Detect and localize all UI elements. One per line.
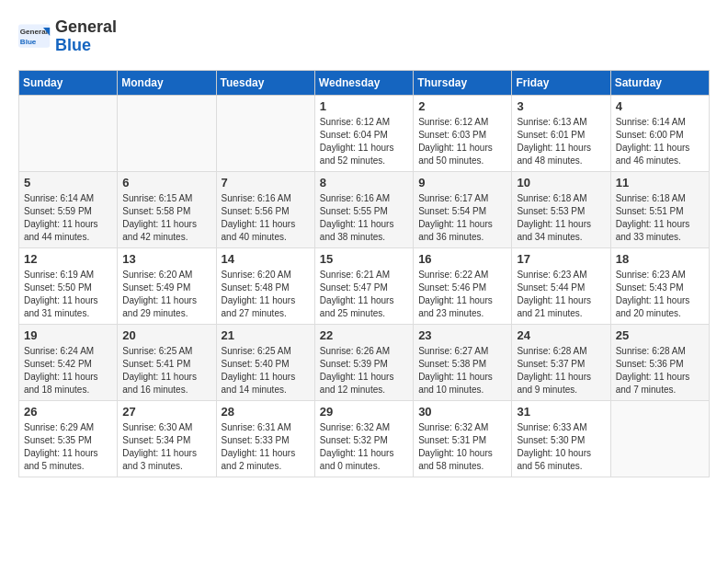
calendar-day-cell: 12Sunrise: 6:19 AM Sunset: 5:50 PM Dayli… — [19, 247, 118, 324]
day-info: Sunrise: 6:12 AM Sunset: 6:04 PM Dayligh… — [320, 116, 408, 167]
calendar-day-cell: 10Sunrise: 6:18 AM Sunset: 5:53 PM Dayli… — [512, 171, 610, 247]
page-header: General Blue GeneralBlue — [18, 18, 710, 55]
day-info: Sunrise: 6:20 AM Sunset: 5:48 PM Dayligh… — [222, 269, 310, 320]
day-info: Sunrise: 6:23 AM Sunset: 5:44 PM Dayligh… — [517, 269, 605, 320]
calendar-day-cell: 21Sunrise: 6:25 AM Sunset: 5:40 PM Dayli… — [216, 324, 314, 400]
weekday-header-sunday: Sunday — [19, 70, 118, 95]
weekday-header-friday: Friday — [512, 70, 610, 95]
weekday-header-row: SundayMondayTuesdayWednesdayThursdayFrid… — [19, 70, 710, 95]
day-info: Sunrise: 6:13 AM Sunset: 6:01 PM Dayligh… — [517, 116, 605, 167]
day-number: 1 — [320, 99, 408, 113]
calendar-week-row: 1Sunrise: 6:12 AM Sunset: 6:04 PM Daylig… — [19, 95, 710, 171]
calendar-day-cell: 25Sunrise: 6:28 AM Sunset: 5:36 PM Dayli… — [610, 324, 709, 400]
day-number: 13 — [122, 252, 210, 266]
day-info: Sunrise: 6:16 AM Sunset: 5:56 PM Dayligh… — [222, 192, 310, 244]
day-info: Sunrise: 6:17 AM Sunset: 5:54 PM Dayligh… — [418, 192, 506, 244]
day-info: Sunrise: 6:14 AM Sunset: 5:59 PM Dayligh… — [24, 192, 112, 244]
weekday-header-monday: Monday — [118, 70, 216, 95]
calendar-day-cell: 8Sunrise: 6:16 AM Sunset: 5:55 PM Daylig… — [314, 171, 413, 247]
day-number: 26 — [24, 405, 112, 419]
day-info: Sunrise: 6:12 AM Sunset: 6:03 PM Dayligh… — [418, 116, 506, 167]
empty-cell — [19, 95, 118, 171]
day-number: 4 — [616, 99, 704, 113]
day-info: Sunrise: 6:22 AM Sunset: 5:46 PM Dayligh… — [418, 269, 506, 320]
calendar-day-cell: 3Sunrise: 6:13 AM Sunset: 6:01 PM Daylig… — [512, 95, 610, 171]
day-info: Sunrise: 6:25 AM Sunset: 5:41 PM Dayligh… — [122, 345, 210, 396]
day-number: 22 — [320, 328, 408, 342]
logo: General Blue GeneralBlue — [18, 18, 117, 55]
day-info: Sunrise: 6:21 AM Sunset: 5:47 PM Dayligh… — [320, 269, 408, 320]
day-number: 25 — [616, 328, 704, 342]
day-number: 11 — [616, 176, 704, 190]
logo-text: GeneralBlue — [55, 18, 117, 55]
calendar-day-cell: 18Sunrise: 6:23 AM Sunset: 5:43 PM Dayli… — [610, 247, 709, 324]
day-number: 9 — [418, 176, 506, 190]
day-number: 16 — [418, 252, 506, 266]
calendar-day-cell: 6Sunrise: 6:15 AM Sunset: 5:58 PM Daylig… — [118, 171, 216, 247]
day-info: Sunrise: 6:28 AM Sunset: 5:36 PM Dayligh… — [616, 345, 704, 396]
calendar-day-cell: 22Sunrise: 6:26 AM Sunset: 5:39 PM Dayli… — [314, 324, 413, 400]
calendar-day-cell: 20Sunrise: 6:25 AM Sunset: 5:41 PM Dayli… — [118, 324, 216, 400]
day-number: 30 — [418, 405, 506, 419]
day-info: Sunrise: 6:32 AM Sunset: 5:32 PM Dayligh… — [320, 421, 408, 473]
calendar-day-cell: 14Sunrise: 6:20 AM Sunset: 5:48 PM Dayli… — [216, 247, 314, 324]
calendar-day-cell: 24Sunrise: 6:28 AM Sunset: 5:37 PM Dayli… — [512, 324, 610, 400]
calendar-week-row: 5Sunrise: 6:14 AM Sunset: 5:59 PM Daylig… — [19, 171, 710, 247]
calendar-week-row: 12Sunrise: 6:19 AM Sunset: 5:50 PM Dayli… — [19, 247, 710, 324]
svg-text:Blue: Blue — [20, 38, 37, 46]
calendar-day-cell: 19Sunrise: 6:24 AM Sunset: 5:42 PM Dayli… — [19, 324, 118, 400]
day-number: 20 — [122, 328, 210, 342]
day-number: 24 — [517, 328, 605, 342]
calendar-day-cell: 17Sunrise: 6:23 AM Sunset: 5:44 PM Dayli… — [512, 247, 610, 324]
day-info: Sunrise: 6:33 AM Sunset: 5:30 PM Dayligh… — [517, 421, 605, 473]
calendar-day-cell: 31Sunrise: 6:33 AM Sunset: 5:30 PM Dayli… — [512, 400, 610, 477]
weekday-header-tuesday: Tuesday — [216, 70, 314, 95]
calendar-week-row: 26Sunrise: 6:29 AM Sunset: 5:35 PM Dayli… — [19, 400, 710, 477]
day-number: 21 — [222, 328, 310, 342]
day-info: Sunrise: 6:28 AM Sunset: 5:37 PM Dayligh… — [517, 345, 605, 396]
day-info: Sunrise: 6:24 AM Sunset: 5:42 PM Dayligh… — [24, 345, 112, 396]
svg-text:General: General — [20, 28, 48, 36]
day-info: Sunrise: 6:16 AM Sunset: 5:55 PM Dayligh… — [320, 192, 408, 244]
calendar-header: SundayMondayTuesdayWednesdayThursdayFrid… — [19, 70, 710, 95]
day-info: Sunrise: 6:19 AM Sunset: 5:50 PM Dayligh… — [24, 269, 112, 320]
day-number: 14 — [222, 252, 310, 266]
day-number: 6 — [122, 176, 210, 190]
day-info: Sunrise: 6:20 AM Sunset: 5:49 PM Dayligh… — [122, 269, 210, 320]
calendar-body: 1Sunrise: 6:12 AM Sunset: 6:04 PM Daylig… — [19, 95, 710, 477]
calendar-day-cell: 13Sunrise: 6:20 AM Sunset: 5:49 PM Dayli… — [118, 247, 216, 324]
day-number: 12 — [24, 252, 112, 266]
day-info: Sunrise: 6:18 AM Sunset: 5:51 PM Dayligh… — [616, 192, 704, 244]
day-number: 15 — [320, 252, 408, 266]
day-info: Sunrise: 6:27 AM Sunset: 5:38 PM Dayligh… — [418, 345, 506, 396]
calendar-week-row: 19Sunrise: 6:24 AM Sunset: 5:42 PM Dayli… — [19, 324, 710, 400]
weekday-header-wednesday: Wednesday — [314, 70, 413, 95]
day-info: Sunrise: 6:23 AM Sunset: 5:43 PM Dayligh… — [616, 269, 704, 320]
day-number: 7 — [222, 176, 310, 190]
day-info: Sunrise: 6:30 AM Sunset: 5:34 PM Dayligh… — [122, 421, 210, 473]
day-info: Sunrise: 6:14 AM Sunset: 6:00 PM Dayligh… — [616, 116, 704, 167]
day-number: 18 — [616, 252, 704, 266]
day-number: 17 — [517, 252, 605, 266]
day-number: 29 — [320, 405, 408, 419]
day-info: Sunrise: 6:25 AM Sunset: 5:40 PM Dayligh… — [222, 345, 310, 396]
day-info: Sunrise: 6:32 AM Sunset: 5:31 PM Dayligh… — [418, 421, 506, 473]
calendar-day-cell: 29Sunrise: 6:32 AM Sunset: 5:32 PM Dayli… — [314, 400, 413, 477]
calendar-day-cell: 1Sunrise: 6:12 AM Sunset: 6:04 PM Daylig… — [314, 95, 413, 171]
day-number: 2 — [418, 99, 506, 113]
day-number: 8 — [320, 176, 408, 190]
day-number: 23 — [418, 328, 506, 342]
calendar-day-cell: 26Sunrise: 6:29 AM Sunset: 5:35 PM Dayli… — [19, 400, 118, 477]
day-number: 10 — [517, 176, 605, 190]
day-number: 27 — [122, 405, 210, 419]
empty-cell — [118, 95, 216, 171]
day-info: Sunrise: 6:18 AM Sunset: 5:53 PM Dayligh… — [517, 192, 605, 244]
calendar-day-cell: 16Sunrise: 6:22 AM Sunset: 5:46 PM Dayli… — [414, 247, 512, 324]
day-info: Sunrise: 6:15 AM Sunset: 5:58 PM Dayligh… — [122, 192, 210, 244]
day-number: 3 — [517, 99, 605, 113]
logo-icon: General Blue — [18, 24, 51, 50]
calendar-day-cell: 7Sunrise: 6:16 AM Sunset: 5:56 PM Daylig… — [216, 171, 314, 247]
calendar-day-cell: 9Sunrise: 6:17 AM Sunset: 5:54 PM Daylig… — [414, 171, 512, 247]
day-number: 28 — [222, 405, 310, 419]
calendar-day-cell: 15Sunrise: 6:21 AM Sunset: 5:47 PM Dayli… — [314, 247, 413, 324]
